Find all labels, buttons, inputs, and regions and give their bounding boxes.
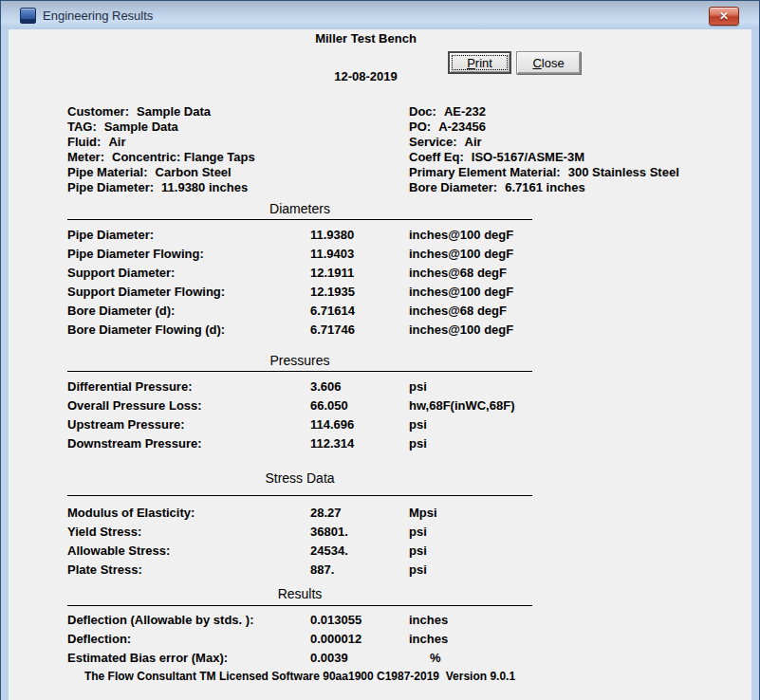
- bench-title: Miller Test Bench: [9, 31, 723, 46]
- print-button-accelerator: P: [467, 56, 475, 70]
- table-row: Support Diameter:12.1911inches@68 degF: [67, 264, 532, 283]
- close-button-accelerator: C: [532, 56, 541, 70]
- section-title: Stress Data: [67, 470, 532, 486]
- table-row: Pipe Diameter:11.9380inches@100 degF: [67, 226, 532, 245]
- info-left-column: Customer:Sample Data TAG:Sample Data Flu…: [67, 104, 409, 195]
- table-row: Bore Diameter (d):6.71614inches@68 degF: [67, 302, 532, 321]
- section-title: Results: [67, 586, 532, 601]
- section-divider: [67, 605, 532, 606]
- section-title: Pressures: [67, 353, 532, 368]
- info-line-doc: Doc:AE-232: [409, 104, 746, 120]
- info-right-column: Doc:AE-232 PO:A-23456 Service:Air Coeff …: [409, 104, 746, 195]
- table-row: Overall Pressure Loss:66.050hw,68F(inWC,…: [67, 396, 532, 415]
- section-results: Results Deflection (Allowable by stds. )…: [67, 586, 532, 668]
- section-divider: [67, 219, 532, 220]
- section-divider: [67, 495, 532, 496]
- section-title: Diameters: [67, 201, 532, 216]
- info-block: Customer:Sample Data TAG:Sample Data Flu…: [67, 104, 746, 195]
- table-row: Yield Stress:36801.psi: [67, 523, 532, 542]
- license-footer: The Flow Consultant TM Licensed Software…: [67, 669, 532, 684]
- section-divider: [67, 371, 532, 372]
- section-pressures: Pressures Differential Pressure:3.606psi…: [67, 353, 532, 453]
- table-row: Pipe Diameter Flowing:11.9403inches@100 …: [67, 245, 532, 264]
- table-row: Bore Diameter Flowing (d):6.71746inches@…: [67, 321, 532, 340]
- app-icon: [20, 8, 36, 24]
- info-line-meter: Meter:Concentric: Flange Taps: [67, 150, 409, 165]
- table-row: Deflection (Allowable by stds. ):0.01305…: [67, 611, 532, 630]
- report-table: Diameters Pipe Diameter:11.9380inches@10…: [67, 198, 532, 684]
- report-date: 12-08-2019: [9, 69, 723, 83]
- section-stress-data: Stress Data Modulus of Elasticity:28.27M…: [67, 470, 532, 580]
- info-line-primary-element-material: Primary Element Material:300 Stainless S…: [409, 165, 746, 180]
- table-row: Allowable Stress:24534.psi: [67, 542, 532, 561]
- info-line-pipe-diameter: Pipe Diameter:11.9380 inches: [67, 180, 409, 195]
- table-row: Downstream Pressure:112.314psi: [67, 434, 532, 453]
- close-button-label: lose: [542, 56, 565, 70]
- info-line-tag: TAG:Sample Data: [67, 120, 409, 135]
- info-line-service: Service:Air: [409, 135, 746, 150]
- window-close-button[interactable]: ✕: [709, 7, 739, 26]
- info-line-po: PO:A-23456: [409, 120, 746, 135]
- info-line-fluid: Fluid:Air: [67, 135, 409, 150]
- info-line-coeff-eq: Coeff Eq:ISO-5167/ASME-3M: [409, 150, 746, 165]
- table-row: Deflection:0.000012inches: [67, 630, 532, 649]
- info-line-pipe-material: Pipe Material:Carbon Steel: [67, 165, 409, 180]
- info-line-bore-diameter: Bore Diameter:6.7161 inches: [409, 180, 746, 195]
- table-row: Modulus of Elasticity:28.27Mpsi: [67, 504, 532, 523]
- print-button-label: rint: [475, 56, 492, 70]
- window-title: Engineering Results: [43, 9, 153, 23]
- table-row: Plate Stress:887.psi: [67, 561, 532, 580]
- close-icon: ✕: [719, 10, 729, 22]
- window-titlebar[interactable]: Engineering Results ✕: [1, 1, 759, 29]
- engineering-results-window: Engineering Results ✕ Miller Test Bench …: [0, 0, 760, 700]
- table-row: Support Diameter Flowing:12.1935inches@1…: [67, 283, 532, 302]
- table-row: Estimated Bias error (Max):0.0039%: [67, 649, 532, 668]
- report-content: Miller Test Bench Print Close 12-08-2019…: [9, 29, 751, 700]
- table-row: Upstream Pressure:114.696psi: [67, 415, 532, 434]
- table-row: Differential Pressure:3.606psi: [67, 378, 532, 396]
- info-line-customer: Customer:Sample Data: [67, 104, 409, 120]
- section-diameters: Diameters Pipe Diameter:11.9380inches@10…: [67, 201, 532, 340]
